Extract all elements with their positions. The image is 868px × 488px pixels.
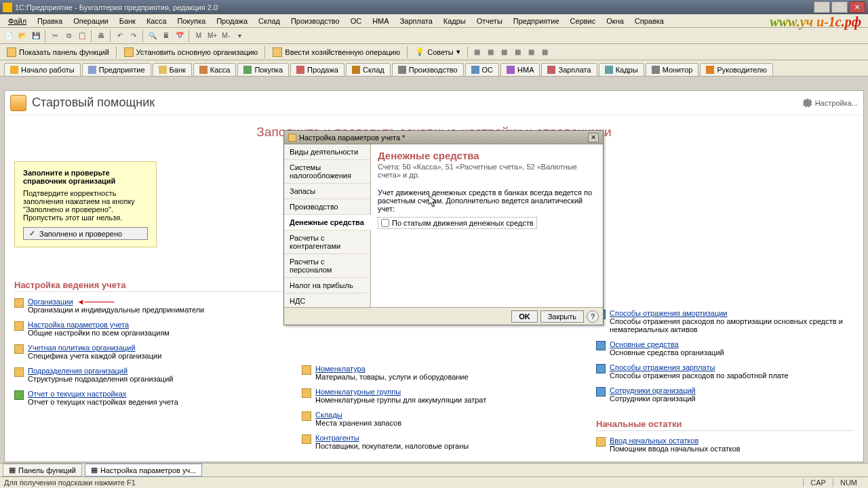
tb-calc-icon[interactable]: 🖩 [160, 30, 172, 42]
close-dialog-button[interactable]: Закрыть [540, 310, 584, 323]
menu-operations[interactable]: Операции [69, 16, 112, 26]
tab-4[interactable]: Покупка [237, 63, 289, 76]
menu-production[interactable]: Производство [287, 16, 344, 26]
dialog-icon [288, 134, 296, 142]
item-link[interactable]: Учетная политика организаций [28, 344, 136, 352]
tb-extra6-icon[interactable]: ▦ [539, 46, 551, 58]
close-button[interactable]: ✕ [849, 1, 865, 13]
item-desc: Организации и индивидуальные предпринима… [28, 306, 204, 314]
tab-6[interactable]: Склад [346, 63, 391, 76]
tab-9[interactable]: НМА [500, 63, 540, 76]
menu-bank[interactable]: Банк [115, 16, 140, 26]
tab-3[interactable]: Касса [193, 63, 237, 76]
menu-cash[interactable]: Касса [142, 16, 171, 26]
checkbox-row[interactable]: По статьям движения денежных средств [378, 217, 537, 229]
tab-2[interactable]: Банк [153, 63, 192, 76]
tab-10[interactable]: Зарплата [541, 63, 597, 76]
dialog-tab-3[interactable]: Производство [284, 199, 370, 215]
dialog-tab-7[interactable]: Налог на прибыль [284, 278, 370, 293]
tb-enter-op[interactable]: Ввести хозяйственную операцию [269, 46, 404, 58]
tab-8[interactable]: ОС [465, 63, 500, 76]
menu-windows[interactable]: Окна [602, 16, 628, 26]
item-link[interactable]: Подразделения организаций [28, 367, 127, 375]
menu-nma[interactable]: НМА [368, 16, 393, 26]
tb-show-panel[interactable]: Показать панель функций [3, 46, 113, 58]
item-link[interactable]: Номенклатурные группы [315, 388, 401, 396]
help-button[interactable]: ? [587, 310, 599, 323]
restore-button[interactable]: ❐ [831, 1, 848, 13]
taskbar-panel-button[interactable]: ▦Панель функций [3, 464, 82, 476]
tb-calendar-icon[interactable]: 📅 [174, 30, 186, 42]
tb-redo-icon[interactable]: ↷ [127, 30, 140, 42]
item-link[interactable]: Номенклатура [315, 365, 366, 373]
menu-purchase[interactable]: Покупка [174, 16, 210, 26]
menu-service[interactable]: Сервис [566, 16, 600, 26]
tb-mminus-icon[interactable]: M- [220, 30, 232, 42]
tb-tips[interactable]: 💡Советы▾ [411, 46, 464, 58]
dialog-tab-0[interactable]: Виды деятельности [284, 144, 370, 160]
dialog-tab-8[interactable]: НДС [284, 293, 370, 309]
menu-help[interactable]: Справка [631, 16, 668, 26]
item-link[interactable]: Настройка параметров учета [28, 321, 129, 329]
item-link[interactable]: Сотрудники организаций [610, 386, 696, 394]
minimize-button[interactable]: _ [814, 1, 830, 13]
link-initial-balances[interactable]: Ввод начальных остатков [610, 436, 698, 445]
dialog-titlebar[interactable]: Настройка параметров учета * ✕ [284, 131, 603, 144]
tb-extra2-icon[interactable]: ▦ [485, 46, 497, 58]
item-link[interactable]: Основные средства [610, 340, 679, 348]
menu-file[interactable]: Файл [4, 16, 31, 26]
tb-set-org[interactable]: Установить основную организацию [120, 46, 262, 58]
item-link[interactable]: Контрагенты [315, 434, 359, 442]
menu-hr[interactable]: Кадры [439, 16, 470, 26]
tb-copy-icon[interactable]: ⧉ [62, 30, 75, 42]
tb-extra3-icon[interactable]: ▦ [498, 46, 511, 58]
tab-0[interactable]: Начало работы [4, 63, 81, 76]
item-link[interactable]: Организации [28, 298, 73, 306]
dialog-tab-6[interactable]: Расчеты с персоналом [284, 254, 370, 278]
tb-print-icon[interactable]: 🖶 [95, 30, 107, 42]
tab-11[interactable]: Кадры [599, 63, 644, 76]
tb-paste-icon[interactable]: 📋 [76, 30, 88, 42]
tb-cut-icon[interactable]: ✂ [49, 30, 61, 42]
confirm-button[interactable]: ✓Заполнено и проверено [23, 227, 148, 240]
cash-flow-checkbox[interactable] [381, 219, 389, 227]
list-item: КонтрагентыПоставщики, покупатели, налог… [302, 434, 580, 450]
tb-save-icon[interactable]: 💾 [30, 30, 42, 42]
item-link[interactable]: Способы отражения зарплаты [610, 363, 715, 371]
menubar: Файл Правка Операции Банк Касса Покупка … [0, 14, 868, 28]
tb-extra5-icon[interactable]: ▦ [526, 46, 538, 58]
item-link[interactable]: Склады [315, 411, 342, 419]
tab-12[interactable]: Монитор [646, 63, 699, 76]
taskbar-settings-button[interactable]: ▦Настройка параметров уч... [85, 464, 202, 476]
dialog-tab-5[interactable]: Расчеты с контрагентами [284, 230, 370, 254]
tb-extra1-icon[interactable]: ▦ [471, 46, 484, 58]
tab-7[interactable]: Производство [392, 63, 464, 76]
item-link[interactable]: Отчет о текущих настройках [28, 390, 126, 398]
tb-zoom-icon[interactable]: 🔍 [146, 30, 159, 42]
tb-extra4-icon[interactable]: ▦ [512, 46, 524, 58]
dialog-tab-2[interactable]: Запасы [284, 184, 370, 199]
tab-1[interactable]: Предприятие [82, 63, 151, 76]
tab-5[interactable]: Продажа [290, 63, 344, 76]
menu-sale[interactable]: Продажа [212, 16, 252, 26]
tab-icon [199, 66, 208, 74]
menu-reports[interactable]: Отчеты [473, 16, 507, 26]
menu-salary[interactable]: Зарплата [396, 16, 437, 26]
settings-link[interactable]: Настройка... [803, 98, 858, 108]
tb-dropdown-icon[interactable]: ▾ [233, 30, 245, 42]
tb-mplus-icon[interactable]: M+ [206, 30, 218, 42]
tb-new-icon[interactable]: 📄 [3, 30, 15, 42]
menu-edit[interactable]: Правка [33, 16, 66, 26]
dialog-close-button[interactable]: ✕ [588, 133, 599, 142]
dialog-tab-1[interactable]: Системы налогообложения [284, 160, 370, 184]
menu-warehouse[interactable]: Склад [254, 16, 284, 26]
tab-13[interactable]: Руководителю [700, 63, 772, 76]
tb-m-icon[interactable]: M [193, 30, 205, 42]
ok-button[interactable]: OK [511, 310, 538, 323]
dialog-tab-4[interactable]: Денежные средства [284, 215, 371, 230]
tb-undo-icon[interactable]: ↶ [114, 30, 126, 42]
menu-os[interactable]: ОС [347, 16, 366, 26]
menu-enterprise[interactable]: Предприятие [509, 16, 564, 26]
tb-open-icon[interactable]: 📂 [16, 30, 28, 42]
item-link[interactable]: Способы отражения амортизации [610, 309, 728, 317]
